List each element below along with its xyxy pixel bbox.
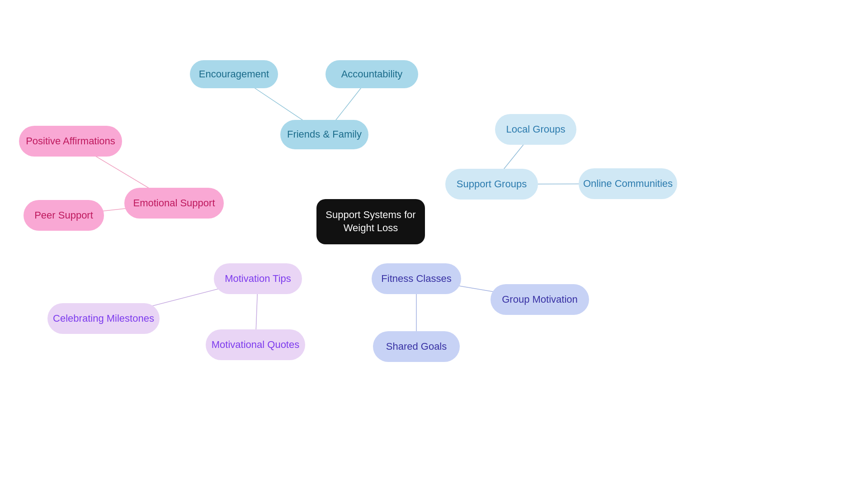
accountability-label: Accountability [338, 66, 406, 83]
node-shared-goals[interactable]: Shared Goals [373, 331, 460, 362]
node-positive-affirmations[interactable]: Positive Affirmations [19, 126, 122, 157]
node-friends-family[interactable]: Friends & Family [280, 120, 368, 149]
support-groups-label: Support Groups [453, 176, 530, 193]
peer-support-label: Peer Support [31, 207, 97, 224]
node-celebrating-milestones[interactable]: Celebrating Milestones [47, 303, 160, 334]
positive-affirmations-label: Positive Affirmations [22, 133, 119, 150]
node-motivational-quotes[interactable]: Motivational Quotes [206, 329, 305, 360]
node-local-groups[interactable]: Local Groups [495, 114, 576, 145]
center-label: Support Systems for Weight Loss [316, 207, 425, 236]
node-peer-support[interactable]: Peer Support [24, 200, 104, 231]
node-accountability[interactable]: Accountability [326, 60, 418, 88]
motivation-tips-label: Motivation Tips [221, 271, 295, 287]
node-encouragement[interactable]: Encouragement [190, 60, 278, 88]
node-emotional-support[interactable]: Emotional Support [124, 188, 224, 219]
node-fitness-classes[interactable]: Fitness Classes [372, 263, 461, 294]
local-groups-label: Local Groups [503, 121, 569, 138]
shared-goals-label: Shared Goals [382, 338, 451, 355]
node-motivation-tips[interactable]: Motivation Tips [214, 263, 302, 294]
center-node: Support Systems for Weight Loss [316, 199, 425, 244]
emotional-support-label: Emotional Support [130, 195, 219, 212]
friends-family-label: Friends & Family [283, 126, 365, 143]
node-support-groups[interactable]: Support Groups [445, 169, 538, 200]
encouragement-label: Encouragement [195, 66, 273, 83]
node-online-communities[interactable]: Online Communities [579, 168, 677, 199]
motivational-quotes-label: Motivational Quotes [208, 337, 303, 353]
celebrating-milestones-label: Celebrating Milestones [49, 310, 158, 327]
fitness-classes-label: Fitness Classes [377, 271, 455, 287]
online-communities-label: Online Communities [580, 176, 676, 192]
group-motivation-label: Group Motivation [498, 291, 581, 308]
node-group-motivation[interactable]: Group Motivation [491, 284, 589, 315]
